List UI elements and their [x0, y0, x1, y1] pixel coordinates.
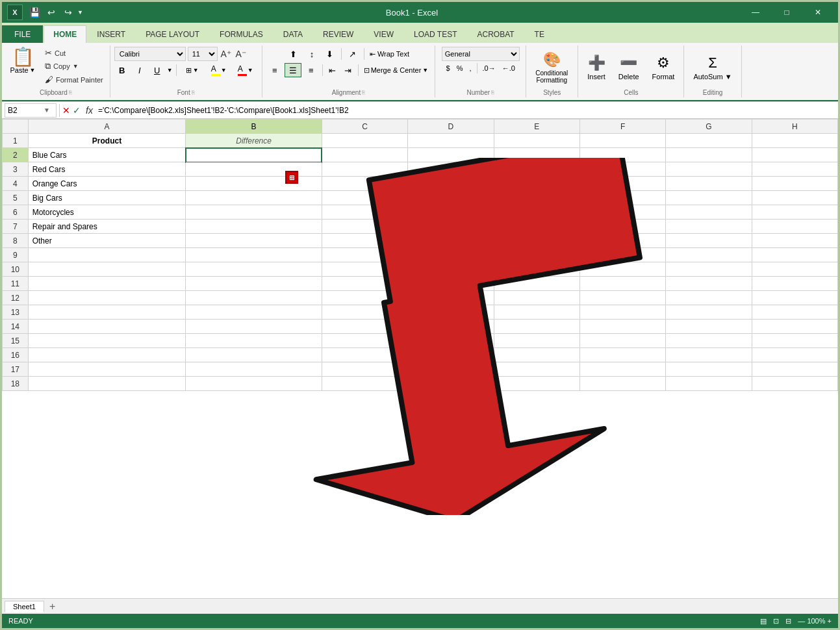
cell-e10[interactable]: [494, 262, 579, 277]
cell-a3[interactable]: Red Cars: [28, 162, 186, 177]
cell-a6[interactable]: Motorcycles: [28, 205, 186, 220]
cell-f7[interactable]: [579, 220, 665, 234]
cell-f8[interactable]: [579, 234, 665, 248]
borders-button[interactable]: ⊞ ▼: [180, 63, 205, 77]
increase-font-size-button[interactable]: A⁺: [220, 47, 233, 60]
cell-c2[interactable]: [322, 148, 407, 162]
row-number-6[interactable]: 6: [3, 205, 29, 220]
cell-g17[interactable]: [666, 362, 752, 377]
cell-a18[interactable]: [28, 377, 186, 391]
merge-center-button[interactable]: ⊡ Merge & Center ▼: [361, 65, 431, 76]
cell-f1[interactable]: [579, 134, 665, 148]
orientation-button[interactable]: ↗: [344, 47, 361, 61]
cell-a13[interactable]: [28, 305, 186, 320]
cell-b7[interactable]: [186, 220, 322, 234]
cell-a2[interactable]: Blue Cars: [28, 148, 186, 162]
italic-button[interactable]: I: [132, 63, 147, 77]
tab-insert[interactable]: INSERT: [87, 25, 135, 43]
align-middle-button[interactable]: ↕: [303, 47, 320, 61]
col-header-b[interactable]: B: [186, 120, 322, 134]
cell-c17[interactable]: [322, 362, 407, 377]
cell-d3[interactable]: [408, 162, 494, 177]
cell-ref-dropdown-icon[interactable]: ▼: [44, 107, 50, 114]
cell-a14[interactable]: [28, 320, 186, 334]
cell-f6[interactable]: [579, 205, 665, 220]
cell-c13[interactable]: [322, 305, 407, 320]
cell-f13[interactable]: [579, 305, 665, 320]
cell-b6[interactable]: [186, 205, 322, 220]
cell-d10[interactable]: [408, 262, 494, 277]
cell-d13[interactable]: [408, 305, 494, 320]
cell-e2[interactable]: [494, 148, 579, 162]
decrease-font-size-button[interactable]: A⁻: [235, 47, 248, 60]
increase-decimal-button[interactable]: ←.0: [500, 63, 518, 73]
cell-d4[interactable]: [408, 177, 494, 191]
cell-g5[interactable]: [666, 191, 752, 205]
col-header-f[interactable]: F: [579, 120, 665, 134]
cell-h10[interactable]: [752, 262, 837, 277]
percent-format-button[interactable]: %: [454, 63, 466, 73]
bold-button[interactable]: B: [114, 63, 130, 77]
paste-button[interactable]: 📋 Paste ▼: [6, 47, 40, 75]
maximize-button[interactable]: □: [772, 2, 802, 23]
cell-f14[interactable]: [579, 320, 665, 334]
row-number-4[interactable]: 4: [3, 177, 29, 191]
cell-h14[interactable]: [752, 320, 837, 334]
align-right-button[interactable]: ≡: [303, 63, 320, 77]
confirm-formula-button[interactable]: ✓: [73, 105, 81, 116]
cell-a16[interactable]: [28, 348, 186, 362]
number-expand-icon[interactable]: ⎘: [491, 90, 494, 95]
cell-b16[interactable]: [186, 348, 322, 362]
cell-a7[interactable]: Repair and Spares: [28, 220, 186, 234]
row-number-12[interactable]: 12: [3, 291, 29, 305]
cell-e3[interactable]: [494, 162, 579, 177]
delete-cells-button[interactable]: ➖ Delete: [613, 52, 644, 83]
font-expand-icon[interactable]: ⎘: [192, 90, 195, 95]
cell-c14[interactable]: [322, 320, 407, 334]
cell-c5[interactable]: [322, 191, 407, 205]
increase-indent-button[interactable]: ⇥: [341, 63, 355, 77]
cell-c18[interactable]: [322, 377, 407, 391]
cell-f17[interactable]: [579, 362, 665, 377]
tab-page-layout[interactable]: PAGE LAYOUT: [136, 25, 209, 43]
tab-acrobat[interactable]: ACROBAT: [467, 25, 524, 43]
cell-g16[interactable]: [666, 348, 752, 362]
cell-b10[interactable]: [186, 262, 322, 277]
cell-d5[interactable]: [408, 191, 494, 205]
font-size-select[interactable]: 11: [188, 47, 218, 61]
cell-e14[interactable]: [494, 320, 579, 334]
cell-h1[interactable]: [752, 134, 837, 148]
cell-f11[interactable]: [579, 277, 665, 291]
cell-d1[interactable]: [408, 134, 494, 148]
tab-file[interactable]: FILE: [2, 25, 43, 43]
cell-g2[interactable]: [666, 148, 752, 162]
cell-h9[interactable]: [752, 248, 837, 262]
cell-c6[interactable]: [322, 205, 407, 220]
cell-g1[interactable]: [666, 134, 752, 148]
font-name-select[interactable]: Calibri: [114, 47, 186, 61]
cell-g6[interactable]: [666, 205, 752, 220]
cell-g10[interactable]: [666, 262, 752, 277]
cell-b14[interactable]: [186, 320, 322, 334]
cell-reference-input[interactable]: [8, 106, 44, 115]
row-number-9[interactable]: 9: [3, 248, 29, 262]
cell-f15[interactable]: [579, 334, 665, 348]
align-left-button[interactable]: ≡: [266, 63, 283, 77]
cell-d18[interactable]: [408, 377, 494, 391]
cell-f16[interactable]: [579, 348, 665, 362]
row-number-11[interactable]: 11: [3, 277, 29, 291]
cell-d15[interactable]: [408, 334, 494, 348]
format-cells-button[interactable]: ⚙ Format: [647, 52, 680, 83]
cell-a8[interactable]: Other: [28, 234, 186, 248]
cell-e6[interactable]: [494, 205, 579, 220]
cell-b15[interactable]: [186, 334, 322, 348]
row-number-18[interactable]: 18: [3, 377, 29, 391]
cell-g12[interactable]: [666, 291, 752, 305]
row-number-14[interactable]: 14: [3, 320, 29, 334]
cell-f2[interactable]: [579, 148, 665, 162]
cell-b17[interactable]: [186, 362, 322, 377]
status-zoom-slider[interactable]: — 100% +: [798, 617, 832, 625]
cell-g9[interactable]: [666, 248, 752, 262]
decrease-decimal-button[interactable]: .0→: [480, 63, 498, 73]
cell-a15[interactable]: [28, 334, 186, 348]
